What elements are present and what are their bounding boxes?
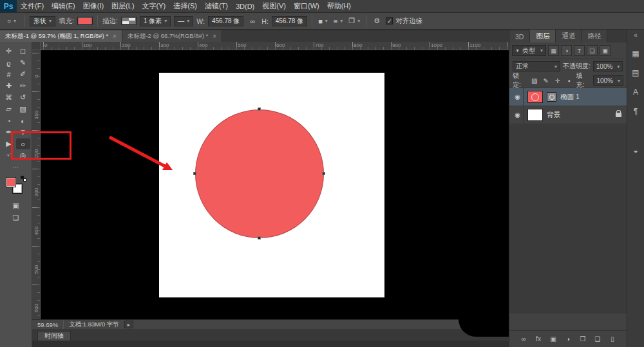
path-alignment-button[interactable]: ≡ ▾ bbox=[332, 15, 344, 27]
close-icon[interactable]: × bbox=[113, 33, 117, 40]
history-brush-tool[interactable]: ↺ bbox=[16, 92, 30, 103]
quick-selection-tool[interactable]: ✎ bbox=[16, 57, 30, 68]
status-options-button[interactable]: ▸ bbox=[124, 321, 133, 328]
color-panel-icon[interactable]: ▦ bbox=[629, 46, 643, 60]
ellipse-shape[interactable] bbox=[195, 109, 324, 238]
menu-item-window[interactable]: 窗口(W) bbox=[290, 0, 323, 12]
eraser-tool[interactable]: ▱ bbox=[2, 104, 16, 115]
menu-item-filter[interactable]: 滤镜(T) bbox=[201, 0, 232, 12]
menu-item-edit[interactable]: 编辑(E) bbox=[48, 0, 79, 12]
shape-layers-filter-icon[interactable]: ❏ bbox=[587, 45, 598, 56]
visibility-eye-icon[interactable]: ◉ bbox=[512, 106, 524, 124]
menu-item-view[interactable]: 视图(V) bbox=[258, 0, 290, 12]
edit-toolbar-icon[interactable]: ⋯ bbox=[0, 164, 32, 171]
type-layers-filter-icon[interactable]: T bbox=[574, 45, 585, 56]
vertical-ruler[interactable]: 0 100 200 300 400 500 600 bbox=[32, 50, 41, 319]
rectangular-marquee-tool[interactable]: ◻ bbox=[16, 46, 30, 57]
visibility-eye-icon[interactable]: ◉ bbox=[512, 88, 524, 106]
document-tab-2[interactable]: 未标题-2 @ 66.7%(RGB/8#) * × bbox=[122, 30, 222, 42]
layer-thumbnail[interactable] bbox=[527, 109, 543, 121]
layer-thumbnail[interactable] bbox=[527, 91, 543, 103]
path-arrange-button[interactable]: ❐ ▾ bbox=[347, 15, 361, 27]
eyedropper-tool[interactable]: ✐ bbox=[16, 69, 30, 80]
gradient-tool[interactable]: ▨ bbox=[16, 104, 30, 115]
move-tool[interactable]: ✛ bbox=[2, 46, 16, 57]
fill-field[interactable]: 100% ▾ bbox=[593, 75, 623, 86]
ruler-origin-corner[interactable] bbox=[32, 42, 41, 50]
document-tab-1[interactable]: 未标题-1 @ 59.7% (椭圆 1, RGB/8#) * × bbox=[0, 30, 122, 42]
adjustment-layers-filter-icon[interactable]: ◑ bbox=[561, 45, 572, 56]
path-anchor-right[interactable] bbox=[322, 172, 325, 175]
path-anchor-left[interactable] bbox=[193, 172, 196, 175]
crop-tool[interactable]: # bbox=[2, 69, 16, 80]
lock-image-pixels-icon[interactable]: ✎ bbox=[542, 77, 551, 84]
new-adjustment-layer-icon[interactable]: ◑ bbox=[564, 335, 573, 342]
paragraph-panel-icon[interactable]: ¶ bbox=[629, 104, 643, 118]
healing-brush-tool[interactable]: ✚ bbox=[2, 80, 16, 91]
quick-mask-button[interactable]: ▣ bbox=[12, 202, 19, 210]
new-group-icon[interactable]: ❒ bbox=[579, 335, 587, 342]
blend-mode-select[interactable]: 正常 ▾ bbox=[513, 61, 560, 71]
zoom-level-field[interactable]: 59.69% bbox=[32, 321, 63, 328]
lock-transparent-pixels-icon[interactable]: ▨ bbox=[530, 77, 539, 84]
menu-item-type[interactable]: 文字(Y) bbox=[138, 0, 170, 12]
opacity-field[interactable]: 100% ▾ bbox=[593, 61, 623, 71]
shape-height-input[interactable]: 456.78 像 bbox=[272, 16, 307, 26]
stroke-color-swatch[interactable] bbox=[121, 17, 137, 25]
lock-position-icon[interactable]: ✛ bbox=[553, 77, 562, 84]
layer-row-ellipse-1[interactable]: ◉ 椭圆 1 bbox=[509, 88, 627, 106]
menu-item-select[interactable]: 选择(S) bbox=[169, 0, 201, 12]
stroke-width-input[interactable]: 1 像素 ▾ bbox=[140, 16, 171, 26]
tab-paths[interactable]: 路径 bbox=[582, 30, 607, 42]
menu-item-help[interactable]: 帮助(H) bbox=[323, 0, 355, 12]
add-layer-mask-icon[interactable]: ▣ bbox=[549, 335, 558, 342]
tab-channels[interactable]: 通道 bbox=[556, 30, 582, 42]
stroke-style-select[interactable]: — ▾ bbox=[174, 16, 193, 26]
screen-mode-button[interactable]: ❏ bbox=[13, 214, 19, 222]
swatches-panel-icon[interactable]: ▤ bbox=[629, 66, 643, 79]
layer-name[interactable]: 背景 bbox=[547, 111, 560, 120]
properties-panel-icon[interactable]: ◒ bbox=[629, 144, 643, 157]
layer-name[interactable]: 椭圆 1 bbox=[560, 93, 580, 102]
smart-object-filter-icon[interactable]: ▣ bbox=[600, 45, 611, 56]
fill-color-swatch[interactable] bbox=[77, 17, 93, 25]
dodge-tool[interactable]: ◐ bbox=[16, 115, 30, 126]
filter-kind-select[interactable]: ▼ 类型 ▾ bbox=[512, 45, 546, 56]
tool-preset-picker[interactable]: ○ ▾ bbox=[3, 16, 20, 26]
pixel-layers-filter-icon[interactable]: ▦ bbox=[548, 45, 559, 56]
menu-item-file[interactable]: 文件(F) bbox=[17, 0, 48, 12]
menu-item-layer[interactable]: 图层(L) bbox=[108, 0, 138, 12]
horizontal-ruler[interactable]: 0 100 200 300 400 500 600 700 800 900 10… bbox=[41, 42, 509, 50]
close-icon[interactable]: × bbox=[213, 33, 216, 40]
new-layer-icon[interactable]: ❑ bbox=[594, 335, 602, 342]
lasso-tool[interactable]: ϱ bbox=[2, 57, 16, 68]
path-operations-button[interactable]: ■ ▾ bbox=[317, 15, 329, 27]
path-anchor-top[interactable] bbox=[258, 108, 261, 111]
lock-all-icon[interactable]: ▪ bbox=[565, 77, 574, 84]
clone-stamp-tool[interactable]: ⌘ bbox=[2, 92, 16, 103]
link-layers-icon[interactable]: ∞ bbox=[520, 335, 528, 342]
brush-tool[interactable]: ✏ bbox=[16, 80, 30, 91]
gear-button[interactable]: ⚙ bbox=[371, 15, 383, 27]
vector-mask-thumbnail[interactable] bbox=[547, 92, 556, 102]
shape-width-input[interactable]: 456.78 像 bbox=[208, 16, 243, 26]
tool-mode-select[interactable]: 形状 ▾ bbox=[30, 16, 55, 26]
path-anchor-bottom[interactable] bbox=[258, 236, 261, 239]
default-colors-icon[interactable] bbox=[21, 176, 26, 182]
blur-tool[interactable]: ◔ bbox=[2, 115, 16, 126]
delete-layer-icon[interactable]: ▯ bbox=[609, 335, 617, 342]
document-canvas[interactable] bbox=[159, 73, 384, 297]
layer-style-icon[interactable]: fx bbox=[535, 335, 543, 342]
tab-layers[interactable]: 图层 bbox=[530, 30, 556, 42]
menu-item-3d[interactable]: 3D(D) bbox=[232, 0, 258, 12]
link-dimensions-icon[interactable]: ∞ bbox=[247, 15, 258, 27]
character-panel-icon[interactable]: A bbox=[629, 85, 643, 98]
menu-item-image[interactable]: 图像(I) bbox=[79, 0, 108, 12]
expand-panels-icon[interactable]: « bbox=[634, 32, 638, 41]
align-edges-checkbox[interactable]: ✓ 对齐边缘 bbox=[386, 17, 422, 26]
timeline-track-area[interactable] bbox=[32, 341, 509, 347]
tab-timeline[interactable]: 时间轴 bbox=[37, 331, 71, 341]
layer-row-background[interactable]: ◉ 背景 bbox=[509, 106, 627, 124]
tab-3d[interactable]: 3D bbox=[509, 31, 530, 42]
canvas-viewport[interactable] bbox=[41, 50, 509, 319]
